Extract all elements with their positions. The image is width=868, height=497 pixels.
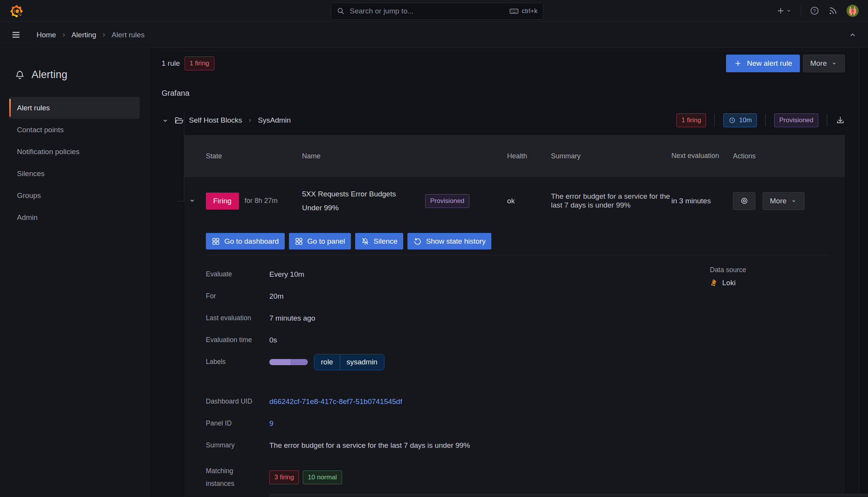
panel-id-link[interactable]: 9 <box>269 419 274 428</box>
sidebar-item-admin[interactable]: Admin <box>9 206 140 228</box>
breadcrumb-alert-rules: Alert rules <box>112 31 145 39</box>
table-header-row: State Name Health Summary Next evaluatio… <box>184 135 845 177</box>
matching-instances-row: Matching instances 3 firing 10 normal <box>206 465 629 490</box>
instances-firing-badge: 3 firing <box>269 470 299 484</box>
news-rss-button[interactable] <box>828 6 838 16</box>
sidebar-item-silences[interactable]: Silences <box>9 163 140 185</box>
new-alert-rule-button[interactable]: New alert rule <box>726 55 800 72</box>
rule-more-button[interactable]: More <box>763 192 805 210</box>
column-header-next-evaluation: Next evaluation <box>671 151 733 161</box>
details-divider <box>206 255 830 255</box>
breadcrumb-alerting[interactable]: Alerting <box>72 31 96 39</box>
chevron-right-icon <box>247 118 253 123</box>
column-header-health: Health <box>507 152 551 160</box>
detail-label: Evaluate <box>206 270 269 278</box>
health-status: ok <box>507 197 515 205</box>
collapse-group-icon[interactable] <box>162 117 169 124</box>
label-value: sysadmin <box>340 354 384 370</box>
content-divider <box>162 51 845 51</box>
sidebar-item-alert-rules[interactable]: Alert rules <box>9 97 140 119</box>
grafana-logo[interactable] <box>9 3 24 18</box>
detail-value: 7 minutes ago <box>269 314 315 322</box>
detail-row-panel-id: Panel ID 9 <box>206 412 629 434</box>
detail-value: 0s <box>269 336 277 344</box>
datasource-block: Data source Loki <box>710 266 746 287</box>
detail-row-dashboard-uid: Dashboard UID d66242cf-71e8-417c-8ef7-51… <box>206 391 629 412</box>
rule-summary: The error budget for a service for the l… <box>551 192 670 209</box>
label-tag[interactable]: role sysadmin <box>314 354 384 370</box>
rule-count: 1 rule <box>162 59 180 68</box>
detail-label: Labels <box>206 358 269 366</box>
export-group-icon[interactable] <box>836 116 845 125</box>
table-row: Firing for 8h 27m 5XX Requests Error Bud… <box>184 177 845 224</box>
sidebar-item-label: Alert rules <box>17 104 50 112</box>
detail-row-last-evaluation: Last evaluation 7 minutes ago <box>206 307 629 329</box>
column-header-actions: Actions <box>733 152 845 160</box>
breadcrumb-home[interactable]: Home <box>37 31 56 39</box>
plus-icon <box>734 59 742 68</box>
sidebar-section-header: Alerting <box>9 69 140 81</box>
detail-value: 20m <box>269 292 284 301</box>
sidebar-item-label: Silences <box>17 170 45 178</box>
scrollbar-gutter[interactable] <box>859 48 868 497</box>
search-placeholder: Search or jump to... <box>350 7 505 15</box>
go-to-dashboard-button[interactable]: Go to dashboard <box>206 233 285 249</box>
detail-value: Every 10m <box>269 270 304 279</box>
group-subfolder-name[interactable]: SysAdmin <box>258 116 291 125</box>
help-button[interactable]: ? <box>810 6 820 16</box>
label-color-capsule <box>269 359 308 365</box>
instances-table-header-partial <box>269 494 868 497</box>
topbar-divider <box>801 5 801 17</box>
user-avatar[interactable] <box>846 5 859 17</box>
silence-button[interactable]: Silence <box>355 233 403 249</box>
search-input[interactable]: Search or jump to... ctrl+k <box>331 3 543 20</box>
sidebar-item-label: Admin <box>17 213 38 222</box>
apps-grid-icon <box>212 237 220 246</box>
show-state-history-button[interactable]: Show state history <box>407 233 491 249</box>
menu-toggle-button[interactable] <box>11 30 21 40</box>
header-more-button[interactable]: More <box>803 55 845 72</box>
firing-state-badge: Firing <box>206 193 239 209</box>
svg-text:?: ? <box>813 8 816 14</box>
rule-details: Evaluate Every 10m For 20m Last evaluati… <box>206 263 629 490</box>
chevron-down-icon <box>831 60 838 67</box>
instances-normal-badge: 10 normal <box>303 470 342 484</box>
go-to-panel-button[interactable]: Go to panel <box>289 233 351 249</box>
rule-group-row: Self Host Blocks SysAdmin 1 firing 10m P… <box>162 112 845 128</box>
chevron-down-icon <box>790 198 797 204</box>
sidebar-item-contact-points[interactable]: Contact points <box>9 119 140 141</box>
sidebar-item-notification-policies[interactable]: Notification policies <box>9 141 140 163</box>
history-icon <box>413 237 422 246</box>
rule-quick-actions: Go to dashboard Go to panel Silence <box>206 233 491 249</box>
collapse-header-button[interactable] <box>848 30 857 40</box>
evaluation-interval-badge[interactable]: 10m <box>723 113 757 127</box>
sidebar-item-label: Groups <box>17 191 41 200</box>
bell-icon <box>15 70 25 80</box>
datasource-label: Data source <box>710 266 746 274</box>
apps-grid-icon <box>295 237 303 246</box>
column-header-summary: Summary <box>551 152 671 160</box>
add-new-button[interactable] <box>776 6 792 15</box>
label-key: role <box>314 354 340 370</box>
search-icon <box>337 7 345 15</box>
sidebar-title: Alerting <box>32 69 67 81</box>
sidebar-item-groups[interactable]: Groups <box>9 185 140 206</box>
rule-name-link[interactable]: 5XX Requests Error Budgets Under 99% <box>302 187 417 214</box>
chevron-right-icon <box>101 32 107 38</box>
alerting-sidebar: Alerting Alert rules Contact points Noti… <box>0 48 149 497</box>
firing-count-badge: 1 firing <box>185 57 214 70</box>
loki-logo-icon <box>710 279 718 287</box>
divider <box>714 114 715 127</box>
detail-label: Matching instances <box>206 465 269 490</box>
folder-open-icon <box>174 116 184 125</box>
namespace-title: Grafana <box>162 89 189 98</box>
view-rule-button[interactable] <box>733 192 755 210</box>
detail-label: Dashboard UID <box>206 397 269 406</box>
sidebar-item-label: Notification policies <box>17 148 80 156</box>
divider <box>765 114 766 127</box>
detail-row-evaluate: Evaluate Every 10m <box>206 263 629 285</box>
dashboard-uid-link[interactable]: d66242cf-71e8-417c-8ef7-51b0741545df <box>269 397 402 406</box>
top-navigation-bar: Search or jump to... ctrl+k <box>0 0 868 22</box>
group-folder-name[interactable]: Self Host Blocks <box>189 116 242 125</box>
sidebar-item-label: Contact points <box>17 126 63 134</box>
